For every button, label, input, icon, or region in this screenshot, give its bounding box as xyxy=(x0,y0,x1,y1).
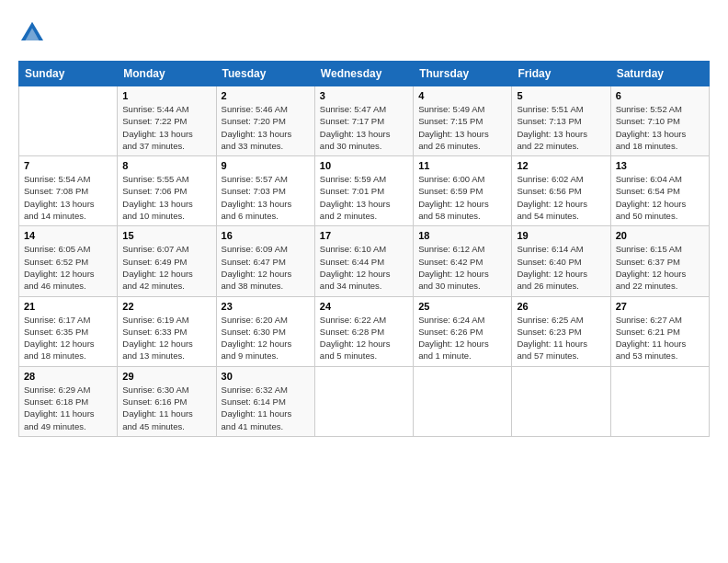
day-info: Sunrise: 6:07 AMSunset: 6:49 PMDaylight:… xyxy=(122,243,210,292)
day-cell: 8Sunrise: 5:55 AMSunset: 7:06 PMDaylight… xyxy=(118,156,216,226)
day-info: Sunrise: 6:05 AMSunset: 6:52 PMDaylight:… xyxy=(24,243,112,292)
day-cell: 25Sunrise: 6:24 AMSunset: 6:26 PMDayligh… xyxy=(414,296,512,366)
day-number: 12 xyxy=(517,160,605,171)
day-cell: 12Sunrise: 6:02 AMSunset: 6:56 PMDayligh… xyxy=(512,156,610,226)
day-cell: 27Sunrise: 6:27 AMSunset: 6:21 PMDayligh… xyxy=(610,296,709,366)
day-info: Sunrise: 5:47 AMSunset: 7:17 PMDaylight:… xyxy=(320,103,408,152)
day-info: Sunrise: 6:20 AMSunset: 6:30 PMDaylight:… xyxy=(222,314,310,362)
day-number: 6 xyxy=(616,90,704,101)
calendar-header: SundayMondayTuesdayWednesdayThursdayFrid… xyxy=(19,62,710,86)
day-number: 21 xyxy=(24,301,112,312)
week-row-3: 21Sunrise: 6:17 AMSunset: 6:35 PMDayligh… xyxy=(19,296,710,366)
day-info: Sunrise: 6:04 AMSunset: 6:54 PMDaylight:… xyxy=(616,173,704,222)
week-row-4: 28Sunrise: 6:29 AMSunset: 6:18 PMDayligh… xyxy=(19,366,710,436)
week-row-0: 1Sunrise: 5:44 AMSunset: 7:22 PMDaylight… xyxy=(19,86,710,156)
day-info: Sunrise: 6:25 AMSunset: 6:23 PMDaylight:… xyxy=(517,314,605,362)
day-number: 4 xyxy=(418,90,506,101)
day-number: 28 xyxy=(24,371,112,382)
day-info: Sunrise: 5:46 AMSunset: 7:20 PMDaylight:… xyxy=(222,103,310,152)
day-number: 7 xyxy=(24,160,112,171)
day-number: 14 xyxy=(24,230,112,241)
day-cell: 2Sunrise: 5:46 AMSunset: 7:20 PMDaylight… xyxy=(216,86,314,156)
header-cell-saturday: Saturday xyxy=(610,62,709,86)
day-cell: 19Sunrise: 6:14 AMSunset: 6:40 PMDayligh… xyxy=(512,226,610,296)
day-cell: 3Sunrise: 5:47 AMSunset: 7:17 PMDaylight… xyxy=(314,86,413,156)
day-info: Sunrise: 6:14 AMSunset: 6:40 PMDaylight:… xyxy=(517,243,605,292)
day-info: Sunrise: 6:10 AMSunset: 6:44 PMDaylight:… xyxy=(320,243,408,292)
day-number: 25 xyxy=(418,301,506,312)
header-row: SundayMondayTuesdayWednesdayThursdayFrid… xyxy=(19,62,710,86)
day-info: Sunrise: 6:22 AMSunset: 6:28 PMDaylight:… xyxy=(320,314,408,362)
week-row-2: 14Sunrise: 6:05 AMSunset: 6:52 PMDayligh… xyxy=(19,226,710,296)
day-cell: 1Sunrise: 5:44 AMSunset: 7:22 PMDaylight… xyxy=(118,86,216,156)
day-info: Sunrise: 6:17 AMSunset: 6:35 PMDaylight:… xyxy=(24,314,112,362)
day-number: 3 xyxy=(320,90,408,101)
day-info: Sunrise: 5:57 AMSunset: 7:03 PMDaylight:… xyxy=(222,173,310,222)
page-header xyxy=(18,18,710,46)
week-row-1: 7Sunrise: 5:54 AMSunset: 7:08 PMDaylight… xyxy=(19,156,710,226)
day-info: Sunrise: 6:30 AMSunset: 6:16 PMDaylight:… xyxy=(122,384,210,432)
day-cell: 14Sunrise: 6:05 AMSunset: 6:52 PMDayligh… xyxy=(19,226,118,296)
day-number: 15 xyxy=(122,230,210,241)
day-cell: 21Sunrise: 6:17 AMSunset: 6:35 PMDayligh… xyxy=(19,296,118,366)
day-info: Sunrise: 5:59 AMSunset: 7:01 PMDaylight:… xyxy=(320,173,408,222)
day-number: 20 xyxy=(616,230,704,241)
day-cell xyxy=(314,366,413,436)
day-number: 30 xyxy=(222,371,310,382)
day-number: 9 xyxy=(222,160,310,171)
day-number: 11 xyxy=(418,160,506,171)
header-cell-sunday: Sunday xyxy=(19,62,118,86)
day-info: Sunrise: 5:54 AMSunset: 7:08 PMDaylight:… xyxy=(24,173,112,222)
day-number: 22 xyxy=(122,301,210,312)
day-number: 26 xyxy=(517,301,605,312)
day-number: 19 xyxy=(517,230,605,241)
day-number: 27 xyxy=(616,301,704,312)
day-info: Sunrise: 6:29 AMSunset: 6:18 PMDaylight:… xyxy=(24,384,112,432)
day-info: Sunrise: 5:52 AMSunset: 7:10 PMDaylight:… xyxy=(616,103,704,152)
day-cell: 11Sunrise: 6:00 AMSunset: 6:59 PMDayligh… xyxy=(414,156,512,226)
day-cell xyxy=(512,366,610,436)
day-cell: 20Sunrise: 6:15 AMSunset: 6:37 PMDayligh… xyxy=(610,226,709,296)
day-number: 18 xyxy=(418,230,506,241)
day-info: Sunrise: 5:55 AMSunset: 7:06 PMDaylight:… xyxy=(122,173,210,222)
day-info: Sunrise: 6:00 AMSunset: 6:59 PMDaylight:… xyxy=(418,173,506,222)
header-cell-friday: Friday xyxy=(512,62,610,86)
day-info: Sunrise: 6:27 AMSunset: 6:21 PMDaylight:… xyxy=(616,314,704,362)
day-cell: 28Sunrise: 6:29 AMSunset: 6:18 PMDayligh… xyxy=(19,366,118,436)
day-cell: 6Sunrise: 5:52 AMSunset: 7:10 PMDaylight… xyxy=(610,86,709,156)
day-cell: 24Sunrise: 6:22 AMSunset: 6:28 PMDayligh… xyxy=(314,296,413,366)
day-cell xyxy=(19,86,118,156)
day-number: 23 xyxy=(222,301,310,312)
header-cell-thursday: Thursday xyxy=(414,62,512,86)
day-number: 16 xyxy=(222,230,310,241)
day-info: Sunrise: 6:02 AMSunset: 6:56 PMDaylight:… xyxy=(517,173,605,222)
day-cell: 13Sunrise: 6:04 AMSunset: 6:54 PMDayligh… xyxy=(610,156,709,226)
day-number: 8 xyxy=(122,160,210,171)
day-cell: 15Sunrise: 6:07 AMSunset: 6:49 PMDayligh… xyxy=(118,226,216,296)
day-cell: 29Sunrise: 6:30 AMSunset: 6:16 PMDayligh… xyxy=(118,366,216,436)
day-cell: 7Sunrise: 5:54 AMSunset: 7:08 PMDaylight… xyxy=(19,156,118,226)
day-number: 5 xyxy=(517,90,605,101)
day-cell: 26Sunrise: 6:25 AMSunset: 6:23 PMDayligh… xyxy=(512,296,610,366)
day-info: Sunrise: 6:24 AMSunset: 6:26 PMDaylight:… xyxy=(418,314,506,362)
header-cell-wednesday: Wednesday xyxy=(314,62,413,86)
day-number: 10 xyxy=(320,160,408,171)
day-cell: 22Sunrise: 6:19 AMSunset: 6:33 PMDayligh… xyxy=(118,296,216,366)
day-cell: 18Sunrise: 6:12 AMSunset: 6:42 PMDayligh… xyxy=(414,226,512,296)
day-info: Sunrise: 5:49 AMSunset: 7:15 PMDaylight:… xyxy=(418,103,506,152)
day-cell: 5Sunrise: 5:51 AMSunset: 7:13 PMDaylight… xyxy=(512,86,610,156)
header-cell-monday: Monday xyxy=(118,62,216,86)
day-cell: 4Sunrise: 5:49 AMSunset: 7:15 PMDaylight… xyxy=(414,86,512,156)
day-number: 1 xyxy=(122,90,210,101)
calendar-body: 1Sunrise: 5:44 AMSunset: 7:22 PMDaylight… xyxy=(19,86,710,437)
day-number: 24 xyxy=(320,301,408,312)
day-info: Sunrise: 5:51 AMSunset: 7:13 PMDaylight:… xyxy=(517,103,605,152)
day-info: Sunrise: 6:32 AMSunset: 6:14 PMDaylight:… xyxy=(222,384,310,432)
day-cell: 10Sunrise: 5:59 AMSunset: 7:01 PMDayligh… xyxy=(314,156,413,226)
calendar-table: SundayMondayTuesdayWednesdayThursdayFrid… xyxy=(18,61,710,437)
day-number: 2 xyxy=(222,90,310,101)
logo-icon xyxy=(18,18,46,46)
day-info: Sunrise: 5:44 AMSunset: 7:22 PMDaylight:… xyxy=(122,103,210,152)
day-number: 17 xyxy=(320,230,408,241)
day-cell: 16Sunrise: 6:09 AMSunset: 6:47 PMDayligh… xyxy=(216,226,314,296)
